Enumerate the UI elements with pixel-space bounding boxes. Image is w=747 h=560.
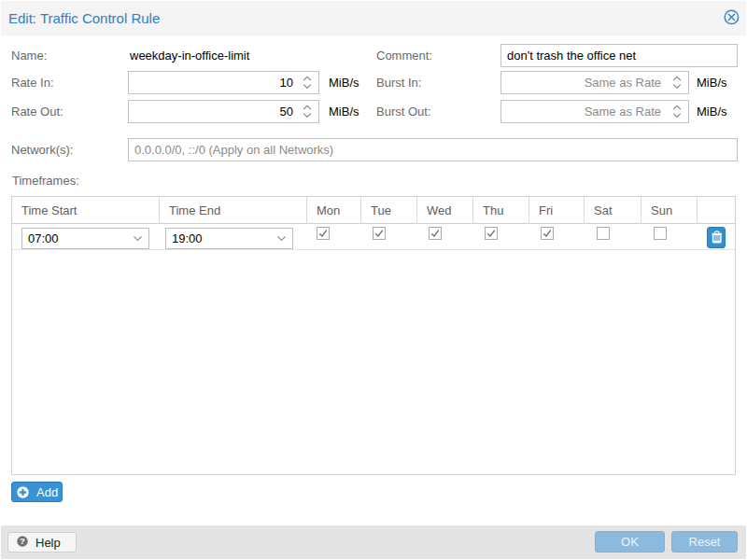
svg-text:?: ? bbox=[20, 536, 25, 546]
